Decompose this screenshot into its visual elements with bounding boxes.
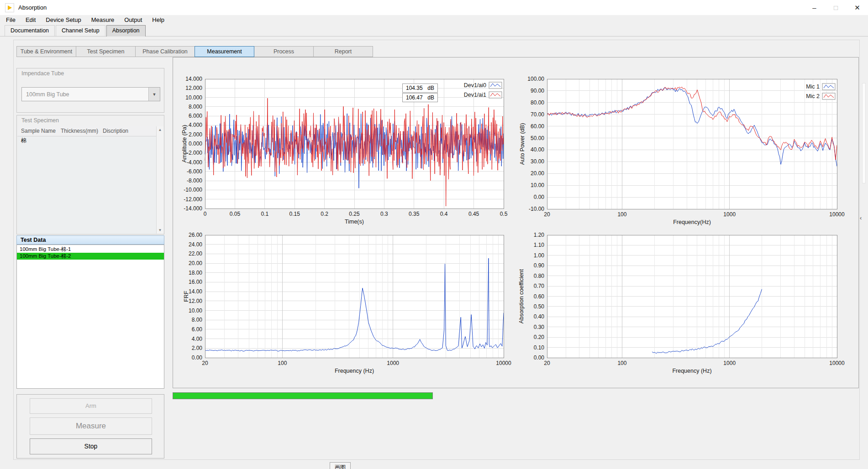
tab-documentation[interactable]: Documentation: [5, 25, 55, 36]
tab-absorption[interactable]: Absorption: [106, 25, 146, 36]
svg-text:0.50: 0.50: [534, 303, 545, 310]
table-scrollbar[interactable]: ▲ ▼: [156, 126, 163, 234]
impedance-tube-dropdown[interactable]: 100mm Big Tube ▼: [21, 87, 160, 101]
svg-text:14.00: 14.00: [189, 288, 202, 295]
right-scrollbar[interactable]: [862, 83, 866, 183]
svg-text:Absorption coefficient: Absorption coefficient: [518, 269, 525, 323]
svg-text:0.35: 0.35: [409, 211, 420, 217]
collapse-panel-arrow[interactable]: ‹: [860, 214, 862, 221]
svg-text:90.00: 90.00: [531, 88, 544, 94]
close-button[interactable]: ✕: [847, 0, 868, 15]
svg-text:26.00: 26.00: [189, 232, 202, 238]
svg-text:Frequency (Hz): Frequency (Hz): [335, 368, 374, 374]
bottom-tab-draw[interactable]: 画图: [330, 462, 351, 469]
stage-tab-report[interactable]: Report: [313, 46, 373, 57]
menu-output[interactable]: Output: [119, 15, 147, 25]
svg-text:100.00: 100.00: [527, 76, 544, 82]
svg-text:30.00: 30.00: [531, 158, 544, 165]
svg-text:20: 20: [544, 360, 550, 366]
svg-text:0.00: 0.00: [192, 354, 203, 361]
time-waveform-chart: -14.000-12.000-10.000-8.000-6.000-4.000-…: [174, 62, 518, 226]
svg-text:0.20: 0.20: [534, 334, 545, 340]
svg-text:0.10: 0.10: [534, 344, 545, 351]
scroll-down-icon[interactable]: ▼: [157, 228, 163, 232]
menu-help[interactable]: Help: [147, 15, 169, 25]
svg-text:22.00: 22.00: [189, 250, 202, 257]
svg-text:100: 100: [617, 360, 626, 366]
column-thickness: Thickness(mm): [61, 128, 98, 134]
frf-chart: 0.002.004.006.008.0010.0012.0014.0016.00…: [174, 222, 518, 379]
svg-text:0.40: 0.40: [534, 313, 545, 320]
minimize-button[interactable]: –: [804, 0, 825, 15]
list-item[interactable]: 100mm Big Tube-棉-1: [17, 246, 164, 253]
column-sample-name: Sample Name: [21, 128, 56, 134]
svg-text:2.000: 2.000: [189, 131, 202, 138]
svg-text:24.00: 24.00: [189, 241, 202, 248]
svg-text:1.00: 1.00: [534, 252, 545, 259]
menu-device-setup[interactable]: Device Setup: [41, 15, 86, 25]
svg-text:16.00: 16.00: [189, 279, 202, 285]
svg-text:-2.000: -2.000: [187, 150, 202, 156]
stage-tab-test-specimen[interactable]: Test Specimen: [76, 46, 136, 57]
legend-item-Dev1/ai0[interactable]: Dev1/ai0: [464, 82, 502, 89]
tab-channel-setup[interactable]: Channel Setup: [56, 25, 105, 36]
svg-text:40.00: 40.00: [531, 146, 544, 153]
svg-text:-6.000: -6.000: [187, 168, 202, 175]
stage-tab-process[interactable]: Process: [254, 46, 314, 57]
svg-text:10.00: 10.00: [189, 307, 202, 314]
menu-edit[interactable]: Edit: [21, 15, 41, 25]
menu-file[interactable]: File: [1, 15, 21, 25]
scroll-up-icon[interactable]: ▲: [157, 128, 163, 132]
svg-text:10.00: 10.00: [531, 182, 544, 188]
table-row[interactable]: 棉: [17, 136, 163, 145]
mic2-level-readout: 106.47 dB: [402, 93, 438, 102]
chevron-down-icon[interactable]: ▼: [148, 88, 160, 101]
menu-measure[interactable]: Measure: [86, 15, 120, 25]
svg-text:10000: 10000: [829, 211, 845, 218]
maximize-button[interactable]: □: [825, 0, 847, 15]
mic2-level-value: 106.47: [406, 94, 423, 101]
svg-text:60.00: 60.00: [531, 123, 544, 130]
main-tab-strip: Documentation Channel Setup Absorption: [0, 25, 868, 36]
stage-tab-tube-environment[interactable]: Tube & Environment: [16, 46, 76, 57]
menu-bar: File Edit Device Setup Measure Output He…: [0, 15, 868, 25]
svg-text:Frequency (Hz): Frequency (Hz): [672, 368, 711, 374]
window-controls: – □ ✕: [804, 0, 868, 15]
svg-text:0.60: 0.60: [534, 293, 545, 300]
svg-text:70.00: 70.00: [531, 111, 544, 118]
svg-text:50.00: 50.00: [531, 135, 544, 141]
legend-item-Dev1/ai1[interactable]: Dev1/ai1: [464, 92, 502, 98]
svg-text:18.00: 18.00: [189, 270, 202, 276]
svg-text:6.000: 6.000: [189, 113, 202, 119]
svg-text:8.000: 8.000: [189, 104, 202, 110]
svg-text:4.00: 4.00: [192, 336, 203, 342]
column-discription: Discription: [103, 128, 128, 134]
progress-fill: [173, 393, 432, 399]
svg-text:0.45: 0.45: [468, 211, 479, 217]
svg-text:14.000: 14.000: [185, 76, 202, 82]
svg-text:1000: 1000: [387, 360, 399, 366]
arm-button[interactable]: Arm: [30, 398, 152, 414]
svg-text:10000: 10000: [496, 360, 511, 366]
stage-tab-phase-calibration[interactable]: Phase Calibration: [135, 46, 195, 57]
stop-button[interactable]: Stop: [30, 438, 152, 454]
measure-button[interactable]: Measure: [30, 417, 152, 435]
svg-text:-4.000: -4.000: [187, 159, 202, 166]
list-item-selected[interactable]: 100mm Big Tube-棉-2: [17, 253, 164, 260]
svg-text:20: 20: [202, 360, 208, 366]
progress-bar: [173, 392, 433, 399]
test-specimen-table: Sample Name Thickness(mm) Discription 棉 …: [17, 126, 163, 234]
svg-text:1000: 1000: [723, 360, 736, 366]
svg-text:20.00: 20.00: [531, 170, 544, 177]
svg-text:0.2: 0.2: [321, 211, 328, 217]
svg-text:-10.00: -10.00: [529, 206, 544, 212]
impedance-tube-dropdown-value: 100mm Big Tube: [22, 91, 148, 98]
svg-text:-14.000: -14.000: [184, 205, 202, 212]
mic1-level-unit: dB: [427, 85, 434, 91]
svg-text:12.00: 12.00: [189, 298, 202, 304]
svg-text:0.80: 0.80: [534, 273, 545, 279]
stage-tab-measurement[interactable]: Measurement: [195, 46, 254, 57]
title-bar: Absorption – □ ✕: [0, 0, 868, 15]
svg-text:0.3: 0.3: [380, 211, 388, 217]
svg-text:FRF: FRF: [183, 291, 189, 302]
